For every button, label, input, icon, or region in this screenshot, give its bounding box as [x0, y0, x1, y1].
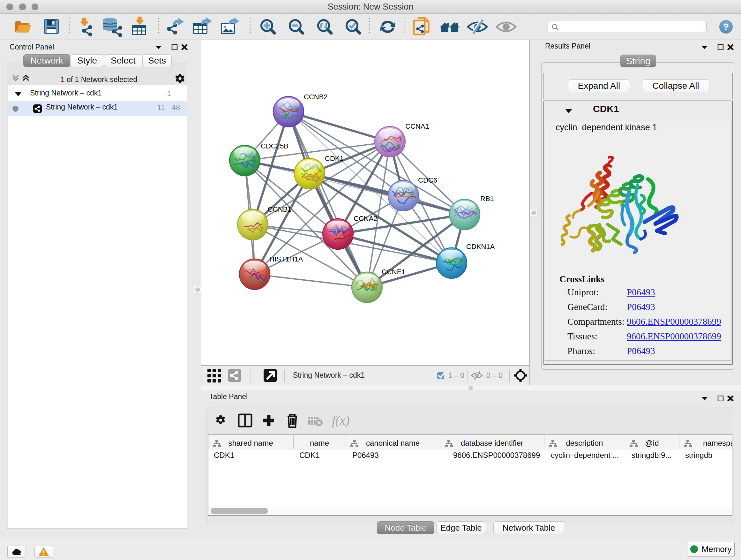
svg-text:CCNE1: CCNE1: [382, 268, 406, 276]
svg-text:CDKN1A: CDKN1A: [466, 243, 495, 251]
svg-text:CCNA2: CCNA2: [354, 214, 378, 223]
svg-text:CDC25B: CDC25B: [261, 142, 288, 150]
svg-text:HIST1H1A: HIST1H1A: [269, 255, 303, 263]
svg-text:CCNB2: CCNB2: [304, 93, 328, 101]
svg-text:CDC6: CDC6: [418, 176, 437, 184]
svg-text:f(x): f(x): [332, 413, 350, 428]
svg-text:RB1: RB1: [480, 195, 494, 203]
svg-text:CCNA1: CCNA1: [405, 122, 429, 130]
svg-text:CCNB1: CCNB1: [268, 205, 292, 213]
svg-text:CDK1: CDK1: [325, 154, 344, 163]
